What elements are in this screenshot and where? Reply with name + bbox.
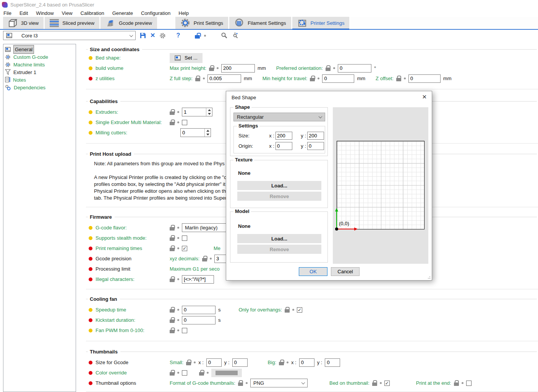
lock-icon[interactable] [170,109,175,115]
tab-filament-settings[interactable]: Filament Settings [229,17,291,29]
lock-icon[interactable] [396,76,401,81]
min-height-travel-input[interactable] [322,74,354,83]
semm-checkbox[interactable] [182,120,187,125]
lock-icon[interactable] [454,380,459,386]
lock-icon[interactable] [170,327,175,333]
small-x-input[interactable] [206,358,222,367]
stealth-mode-checkbox[interactable] [182,236,187,241]
lock-icon[interactable] [170,225,175,231]
menu-edit[interactable]: Edit [19,10,28,16]
model-remove-button[interactable]: Remove [237,245,321,254]
lock-icon[interactable] [279,360,284,365]
tab-sliced-preview[interactable]: Sliced preview [45,17,99,29]
milling-cutters-spinner[interactable] [180,128,211,137]
search-icon[interactable] [221,32,228,39]
menu-file[interactable]: File [3,10,11,16]
bed-on-thumbnail-checkbox[interactable] [384,381,390,386]
sidebar-item-dependencies[interactable]: Dependencies [3,84,76,91]
max-print-height-input[interactable] [221,64,255,73]
lock-icon[interactable] [170,370,175,376]
only-for-overhangs-checkbox[interactable] [297,307,302,313]
close-icon[interactable] [422,94,427,100]
model-load-button[interactable]: Load... [237,234,321,243]
texture-load-button[interactable]: Load... [237,181,321,190]
lock-icon[interactable] [170,317,175,323]
speedup-time-input[interactable] [182,306,216,314]
setting-bullet [89,247,92,250]
small-y-input[interactable] [232,358,248,367]
tab-gcode-preview[interactable]: Gcode preview [100,17,157,29]
menu-configuration[interactable]: Configuration [141,10,170,16]
preset-gear-button[interactable] [159,32,166,39]
sidebar-item-machine-limits[interactable]: Machine limits [3,61,76,68]
texture-remove-button[interactable]: Remove [237,192,321,201]
menu-window[interactable]: Window [36,10,53,16]
setting-bullet [89,56,92,60]
cancel-button[interactable]: Cancel [331,267,360,276]
lock-icon[interactable] [199,370,204,376]
sidebar-item-custom-gcode[interactable]: Custom G-code [3,53,76,61]
lock-icon[interactable] [238,380,243,386]
lock-icon[interactable] [170,245,175,251]
z-full-step-input[interactable] [207,74,241,83]
preset-name: Core I3 [17,33,125,39]
menu-calibration[interactable]: Calibration [81,10,104,16]
tab-printer-settings[interactable]: Printer Settings [292,17,350,29]
extruders-input[interactable] [182,108,206,116]
lock-icon[interactable] [186,360,191,365]
lock-icon[interactable] [372,380,377,386]
lock-icon[interactable] [310,76,315,81]
sidebar-item-notes[interactable]: Notes [3,76,76,84]
bed-origin-y-input[interactable] [307,142,324,150]
big-x-input[interactable] [299,358,314,367]
lock-open-icon[interactable] [195,33,200,39]
menu-view[interactable]: View [62,10,73,16]
lock-icon[interactable] [195,76,200,81]
menu-help[interactable]: Help [178,10,189,16]
print-remaining-times-checkbox[interactable] [182,246,187,251]
ok-button[interactable]: OK [299,267,327,276]
preset-compare-icon[interactable] [232,32,239,39]
print-at-end-checkbox[interactable] [466,381,472,386]
bed-preview: (0,0) [333,107,428,264]
delete-preset-button[interactable] [150,32,155,39]
tab-3d-view[interactable]: 3D view [3,17,44,29]
color-override-checkbox[interactable] [182,370,187,376]
save-preset-button[interactable] [140,32,146,39]
tab-print-settings[interactable]: Print Settings [175,17,228,29]
lock-icon[interactable] [170,307,175,313]
lock-icon[interactable] [170,235,175,241]
printer-gear-icon [297,18,307,28]
lock-icon[interactable] [285,307,290,313]
help-button[interactable] [176,32,180,39]
sidebar-item-general[interactable]: General [3,45,76,53]
shape-select[interactable]: Rectangular [233,113,325,121]
row-thumbnail-options: Thumbnail options Format of G-code thumb… [86,378,538,388]
color-swatch-button[interactable] [211,369,242,377]
printer-preset-combo[interactable]: Core I3 [3,31,136,40]
milling-cutters-input[interactable] [181,129,204,137]
big-y-input[interactable] [325,358,340,367]
thumbnail-format-select[interactable]: PNG [250,379,308,387]
kickstart-duration-input[interactable] [182,316,216,324]
z-offset-input[interactable] [408,74,441,83]
lock-icon[interactable] [170,119,175,125]
menu-generate[interactable]: Generate [112,10,133,16]
setting-label: Extruders: [96,109,118,115]
illegal-characters-input[interactable] [182,275,214,284]
resize-grip[interactable] [426,275,430,279]
lock-icon[interactable] [202,256,207,261]
preferred-orientation-input[interactable] [338,64,371,73]
sidebar-item-extruder-1[interactable]: Extruder 1 [3,68,76,76]
setting-bullet [89,66,92,70]
lock-icon[interactable] [326,65,331,71]
extruders-spinner[interactable] [182,108,212,116]
lock-icon[interactable] [170,276,175,282]
lock-icon[interactable] [209,65,214,71]
bed-size-y-input[interactable] [307,132,324,140]
group-label: Model [233,208,251,214]
bed-shape-set-button[interactable]: Set ... [170,53,203,63]
fan-pwm-checkbox[interactable] [182,328,187,333]
bed-origin-x-input[interactable] [275,142,292,150]
bed-size-x-input[interactable] [275,132,292,140]
